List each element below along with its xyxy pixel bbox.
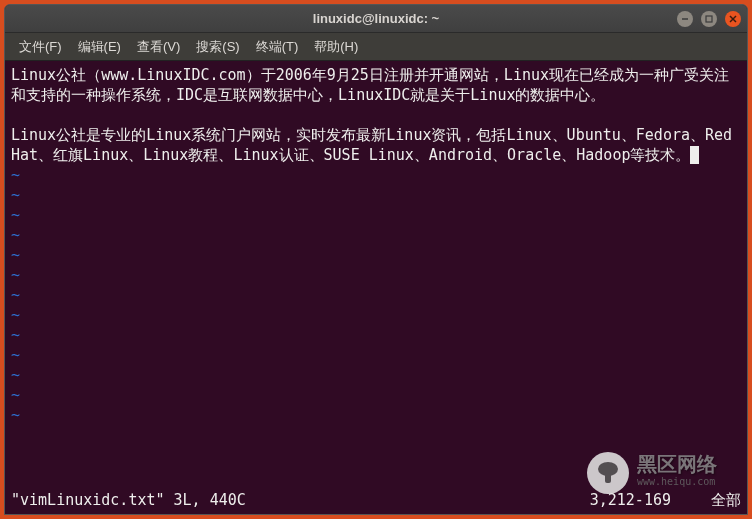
status-filename: "vimLinuxidc.txt" 3L, 440C <box>11 490 246 510</box>
window-title: linuxidc@linuxidc: ~ <box>313 11 439 26</box>
terminal-content[interactable]: Linux公社（www.LinuxIDC.com）于2006年9月25日注册并开… <box>5 61 747 514</box>
menu-terminal[interactable]: 终端(T) <box>250 35 305 59</box>
close-button[interactable] <box>725 11 741 27</box>
terminal-window: linuxidc@linuxidc: ~ 文件(F) 编辑(E) 查看(V) 搜… <box>4 4 748 515</box>
menu-help[interactable]: 帮助(H) <box>308 35 364 59</box>
text-paragraph-2: Linux公社是专业的Linux系统门户网站，实时发布最新Linux资讯，包括L… <box>11 125 741 165</box>
watermark-text: 黑区网络 <box>637 454 717 474</box>
svg-rect-5 <box>605 473 611 483</box>
minimize-button[interactable] <box>677 11 693 27</box>
menu-search[interactable]: 搜索(S) <box>190 35 245 59</box>
svg-rect-1 <box>706 16 712 22</box>
maximize-button[interactable] <box>701 11 717 27</box>
text-cursor <box>690 146 699 164</box>
vim-empty-lines: ~~~~~~~~~~~~~ <box>11 165 741 425</box>
menu-file[interactable]: 文件(F) <box>13 35 68 59</box>
menubar: 文件(F) 编辑(E) 查看(V) 搜索(S) 终端(T) 帮助(H) <box>5 33 747 61</box>
menu-edit[interactable]: 编辑(E) <box>72 35 127 59</box>
blank-line <box>11 105 741 125</box>
watermark-url: www.heiqu.com <box>637 472 717 492</box>
titlebar[interactable]: linuxidc@linuxidc: ~ <box>5 5 747 33</box>
text-paragraph-1: Linux公社（www.LinuxIDC.com）于2006年9月25日注册并开… <box>11 65 741 105</box>
window-controls <box>677 11 741 27</box>
watermark-logo-icon <box>587 452 629 494</box>
menu-view[interactable]: 查看(V) <box>131 35 186 59</box>
watermark: 黑区网络 www.heiqu.com <box>587 452 717 494</box>
